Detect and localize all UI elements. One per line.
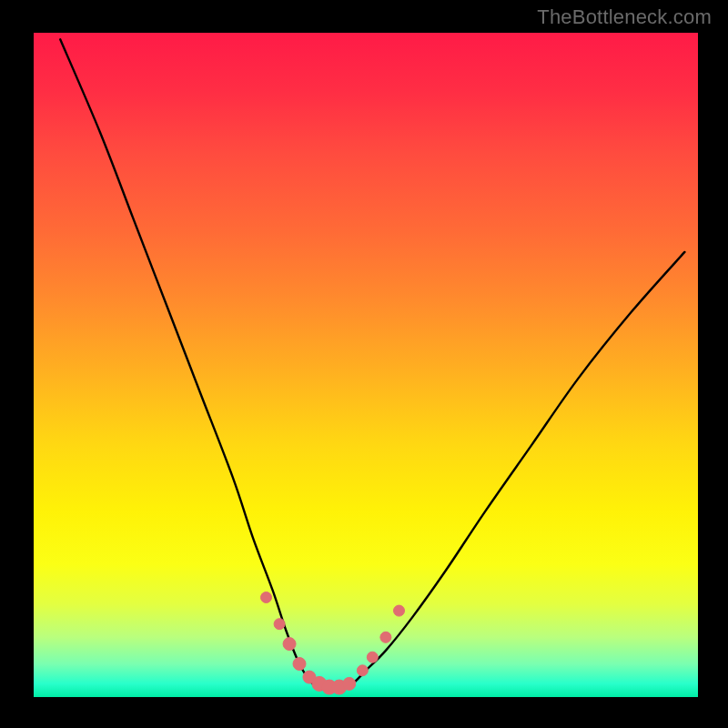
curve-marker [357, 665, 368, 676]
curve-marker [380, 632, 391, 642]
curve-marker [367, 652, 378, 662]
curve-marker [343, 677, 356, 690]
plot-area [34, 33, 698, 697]
curve-marker [283, 638, 296, 651]
curve-markers [261, 592, 405, 695]
curve-marker [261, 592, 272, 603]
curve-marker [293, 658, 306, 671]
chart-svg [34, 33, 698, 697]
curve-marker [394, 605, 405, 616]
watermark-label: TheBottleneck.com [537, 5, 712, 29]
chart-frame: TheBottleneck.com [0, 0, 728, 728]
bottleneck-curve-line [60, 39, 684, 691]
curve-marker [274, 619, 285, 630]
